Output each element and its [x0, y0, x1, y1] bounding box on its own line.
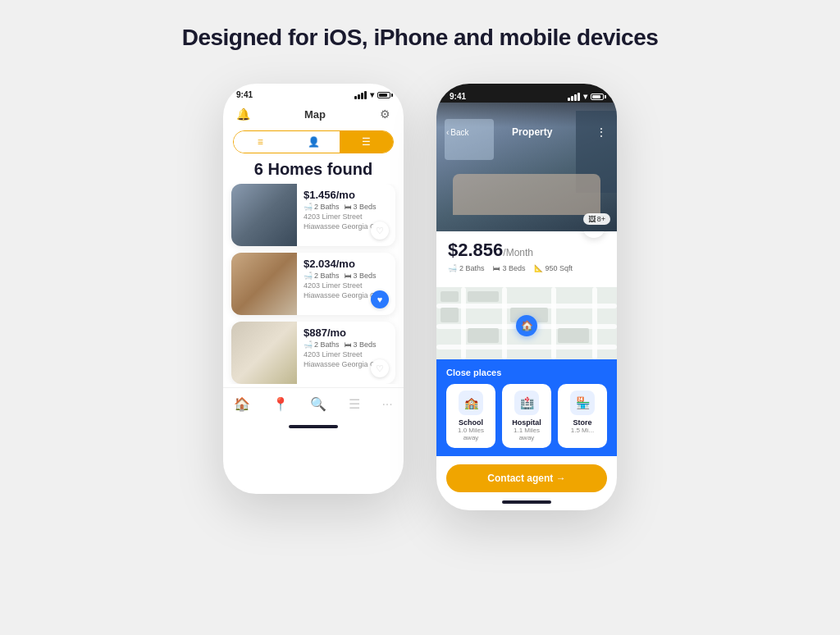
left-status-bar: 9:41 ▾: [223, 84, 404, 101]
right-phone-inner: 9:41 ▾: [436, 84, 617, 510]
right-status-bar: 9:41 ▾: [436, 84, 617, 103]
school-distance: 1.0 Miles away: [453, 427, 489, 441]
right-phone: 9:41 ▾: [436, 84, 617, 510]
map-section[interactable]: 🏠: [436, 287, 617, 359]
hospital-icon: 🏥: [514, 391, 539, 415]
filter-tab-person[interactable]: 👤: [287, 131, 340, 153]
listing-details-2: 🛁 2 Baths 🛏 3 Beds: [304, 272, 389, 280]
bell-icon[interactable]: 🔔: [236, 107, 250, 121]
beds-1: 🛏 3 Beds: [345, 203, 377, 211]
bottom-nav-more[interactable]: ···: [381, 397, 392, 412]
left-home-indicator: [289, 425, 338, 428]
property-nav-title: Property: [512, 126, 552, 138]
listing-image-2: [231, 253, 297, 315]
close-places-title: Close places: [446, 368, 607, 377]
left-phone: 9:41 ▾ 🔔 Map ⚙ ≡ 👤: [223, 84, 404, 494]
image-counter[interactable]: 🖼 8+: [583, 213, 610, 225]
phones-container: 9:41 ▾ 🔔 Map ⚙ ≡ 👤: [223, 84, 617, 510]
bottom-nav-location[interactable]: 📍: [272, 396, 289, 412]
filter-tabs: ≡ 👤 ☰: [233, 130, 394, 153]
left-time: 9:41: [236, 90, 253, 99]
hospital-distance: 1.1 Miles away: [509, 427, 545, 441]
page-title: Designed for iOS, iPhone and mobile devi…: [182, 25, 659, 51]
more-icon[interactable]: ⋮: [596, 126, 607, 139]
bed-icon-prop: 🛏: [493, 264, 500, 272]
bottom-nav-home[interactable]: 🏠: [234, 396, 250, 412]
right-time: 9:41: [450, 92, 466, 101]
place-card-hospital[interactable]: 🏥 Hospital 1.1 Miles away: [502, 384, 551, 448]
prop-beds: 🛏 3 Beds: [493, 264, 526, 272]
bath-icon-2: 🛁: [304, 272, 313, 280]
listings-container: $1.456/mo 🛁 2 Baths 🛏 3 Beds 4203 Limer …: [223, 184, 404, 384]
right-status-icons: ▾: [568, 92, 604, 101]
right-home-indicator: [502, 500, 551, 504]
listing-details-1: 🛁 2 Baths 🛏 3 Beds: [304, 203, 389, 211]
signal-icon: [354, 91, 367, 99]
left-status-icons: ▾: [354, 90, 390, 99]
place-card-school[interactable]: 🏫 School 1.0 Miles away: [446, 384, 495, 448]
filter-tab-list[interactable]: ≡: [234, 131, 287, 153]
sqft-icon: 📐: [534, 264, 543, 272]
place-card-store[interactable]: 🏪 Store 1.5 Mi...: [558, 384, 607, 448]
homes-count: 6 Homes found: [223, 160, 404, 179]
heart-btn-2[interactable]: ♥: [371, 290, 389, 308]
property-image: ‹ Back Property ⋮ 🖼 8+: [436, 103, 617, 231]
battery-icon: [377, 92, 390, 98]
close-places-section: Close places 🏫 School 1.0 Miles away 🏥 H…: [436, 359, 617, 456]
bed-icon-2: 🛏: [345, 272, 352, 280]
heart-btn-1[interactable]: ♡: [371, 222, 389, 240]
heart-btn-3[interactable]: ♡: [371, 359, 389, 377]
property-details: $2.856/Month 🛁 2 Baths 🛏 3 Beds: [436, 231, 617, 287]
battery-icon-right: [591, 94, 604, 100]
map-pin: 🏠: [516, 315, 537, 336]
hospital-name: Hospital: [512, 418, 541, 427]
settings-icon[interactable]: ⚙: [380, 107, 390, 121]
listing-image-3: [231, 322, 297, 384]
store-distance: 1.5 Mi...: [571, 427, 594, 434]
contact-agent-button[interactable]: Contact agent →: [446, 464, 607, 492]
signal-icon-right: [568, 93, 580, 101]
bottom-nav-list[interactable]: ☰: [349, 396, 360, 412]
close-places-items: 🏫 School 1.0 Miles away 🏥 Hospital 1.1 M…: [446, 384, 607, 448]
wifi-icon-right: ▾: [583, 92, 587, 101]
baths-3: 🛁 2 Baths: [304, 340, 340, 349]
bath-icon-prop: 🛁: [448, 264, 457, 272]
listing-price-3: $887/mo: [304, 327, 389, 339]
listing-card-2[interactable]: $2.034/mo 🛁 2 Baths 🛏 3 Beds 4203 Limer …: [231, 253, 395, 315]
listing-price-1: $1.456/mo: [304, 189, 389, 201]
school-name: School: [459, 418, 483, 427]
listing-details-3: 🛁 2 Baths 🛏 3 Beds: [304, 340, 389, 349]
sofa-shape: [453, 174, 600, 215]
nav-map-title: Map: [304, 108, 326, 121]
store-name: Store: [573, 418, 591, 427]
beds-3: 🛏 3 Beds: [345, 340, 377, 349]
filter-tab-grid[interactable]: ☰: [340, 131, 393, 153]
property-price: $2.856/Month: [448, 240, 573, 261]
bath-icon-3: 🛁: [304, 340, 313, 349]
property-nav: ‹ Back Property ⋮: [436, 126, 617, 139]
back-button[interactable]: ‹ Back: [446, 128, 469, 137]
chevron-left-icon: ‹: [446, 128, 449, 137]
bed-icon-1: 🛏: [345, 203, 352, 211]
baths-1: 🛁 2 Baths: [304, 203, 340, 211]
left-nav-bar: 🔔 Map ⚙: [223, 101, 404, 127]
prop-baths: 🛁 2 Baths: [448, 264, 485, 272]
beds-2: 🛏 3 Beds: [345, 272, 377, 280]
property-specs: 🛁 2 Baths 🛏 3 Beds 📐 950 Sqft: [448, 264, 573, 272]
listing-card[interactable]: $1.456/mo 🛁 2 Baths 🛏 3 Beds 4203 Limer …: [231, 184, 395, 246]
bottom-nav-search[interactable]: 🔍: [310, 396, 326, 412]
bottom-nav: 🏠 📍 🔍 ☰ ···: [223, 387, 404, 425]
wifi-icon: ▾: [370, 90, 374, 99]
prop-sqft: 📐 950 Sqft: [534, 264, 573, 272]
store-icon: 🏪: [570, 391, 595, 415]
listing-price-2: $2.034/mo: [304, 258, 389, 270]
listing-card-3[interactable]: $887/mo 🛁 2 Baths 🛏 3 Beds 4203 Limer St…: [231, 322, 395, 384]
bed-icon-3: 🛏: [345, 340, 352, 349]
school-icon: 🏫: [459, 391, 483, 415]
image-icon: 🖼: [588, 215, 596, 223]
listing-image-1: [231, 184, 297, 246]
baths-2: 🛁 2 Baths: [304, 272, 340, 280]
bath-icon-1: 🛁: [304, 203, 313, 211]
